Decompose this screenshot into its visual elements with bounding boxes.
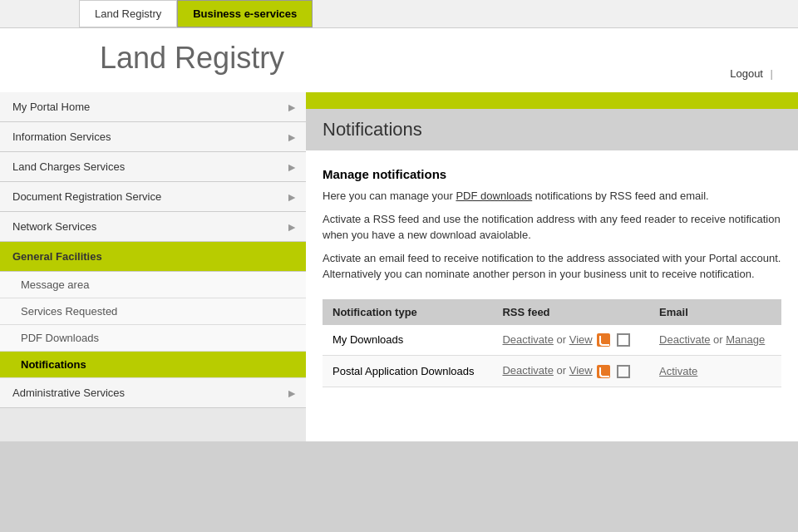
copy-icon[interactable] <box>617 333 630 347</box>
notif-type-my-downloads: My Downloads <box>323 325 492 356</box>
logout-link[interactable]: Logout <box>730 67 763 80</box>
sidebar-sub-menu: Message area Services Requested PDF Down… <box>0 272 306 378</box>
sidebar-sub-pdf-downloads[interactable]: PDF Downloads <box>0 325 306 352</box>
rss-deactivate-link-my-downloads[interactable]: Deactivate <box>502 333 553 346</box>
sidebar-item-information-services[interactable]: Information Services ► <box>0 122 306 152</box>
tab-business-eservices[interactable]: Business e-services <box>177 0 313 27</box>
arrow-icon: ► <box>286 160 298 174</box>
sidebar-item-my-portal-home[interactable]: My Portal Home ► <box>0 92 306 122</box>
arrow-icon: ► <box>286 387 298 400</box>
logout-area: Logout | <box>730 67 773 84</box>
rss-icon-2 <box>597 365 610 378</box>
email-activate-link-postal[interactable]: Activate <box>659 365 697 377</box>
manage-desc-2: Activate a RSS feed and use the notifica… <box>323 211 781 244</box>
sidebar-sub-message-area[interactable]: Message area <box>0 272 306 298</box>
sidebar-sub-services-requested[interactable]: Services Requested <box>0 298 306 325</box>
or-text: or <box>557 333 569 346</box>
manage-desc-3: Activate an email feed to receive notifi… <box>323 250 781 283</box>
sidebar: My Portal Home ► Information Services ► … <box>0 92 306 441</box>
page-title: Notifications <box>323 119 781 140</box>
table-row: Postal Application Downloads Deactivate … <box>323 356 781 387</box>
arrow-icon: ► <box>286 101 298 114</box>
content-accent-bar <box>306 92 798 109</box>
arrow-icon: ► <box>286 220 298 234</box>
rss-icon <box>597 333 610 347</box>
or-text-2: or <box>713 333 726 346</box>
rss-deactivate-link-postal[interactable]: Deactivate <box>502 364 553 377</box>
top-tab-bar: Land Registry Business e-services <box>0 0 798 28</box>
content-title-bar: Notifications <box>306 109 798 150</box>
arrow-icon: ► <box>286 131 298 144</box>
arrow-icon: ► <box>286 190 298 204</box>
manage-desc-1: Here you can manage your PDF downloads n… <box>323 188 781 204</box>
email-cell-my-downloads: Deactivate or Manage <box>649 325 781 356</box>
rss-cell-my-downloads: Deactivate or View <box>492 325 649 356</box>
copy-icon-2[interactable] <box>617 365 630 378</box>
sidebar-sub-notifications[interactable]: Notifications <box>0 352 306 378</box>
table-row: My Downloads Deactivate or View Deactiva… <box>323 325 781 356</box>
rss-cell-postal: Deactivate or View <box>492 356 649 387</box>
col-header-email: Email <box>649 299 781 325</box>
site-title: Land Registry <box>100 41 284 76</box>
pdf-downloads-link[interactable]: PDF downloads <box>456 190 532 202</box>
sidebar-item-administrative-services[interactable]: Administrative Services ► <box>0 378 306 408</box>
email-cell-postal: Activate <box>649 356 781 387</box>
or-text-3: or <box>557 364 569 377</box>
notifications-table: Notification type RSS feed Email My Down… <box>323 299 781 387</box>
rss-view-link-my-downloads[interactable]: View <box>569 333 593 346</box>
content-area: Notifications Manage notifications Here … <box>306 92 798 441</box>
sidebar-item-land-charges[interactable]: Land Charges Services ► <box>0 152 306 182</box>
tab-land-registry[interactable]: Land Registry <box>79 0 177 27</box>
col-header-type: Notification type <box>323 299 492 325</box>
email-manage-link-my-downloads[interactable]: Manage <box>726 333 765 346</box>
email-deactivate-link-my-downloads[interactable]: Deactivate <box>659 333 710 346</box>
sidebar-item-document-registration[interactable]: Document Registration Service ► <box>0 182 306 212</box>
manage-title: Manage notifications <box>323 167 781 181</box>
sidebar-item-network-services[interactable]: Network Services ► <box>0 212 306 242</box>
rss-view-link-postal[interactable]: View <box>569 364 593 377</box>
sidebar-item-general-facilities[interactable]: General Facilities <box>0 242 306 272</box>
logout-separator: | <box>771 67 773 80</box>
col-header-rss: RSS feed <box>492 299 649 325</box>
notif-type-postal: Postal Application Downloads <box>323 356 492 387</box>
content-body: Manage notifications Here you can manage… <box>306 150 798 441</box>
